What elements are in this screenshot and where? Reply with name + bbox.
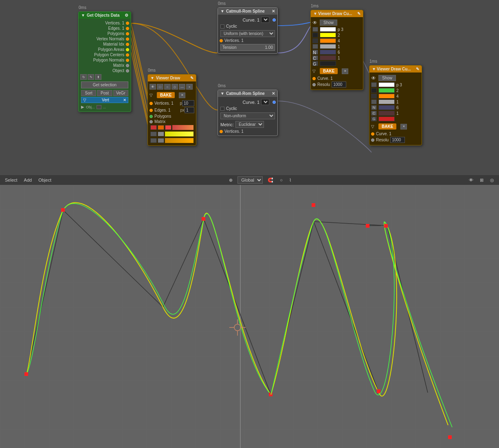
catmull-bottom-curve-socket[interactable] <box>273 101 276 104</box>
swatch-br-4[interactable] <box>378 105 395 110</box>
viewer-draw-tr-header[interactable]: ▼ Viewer Draw Cu... ✎ <box>311 10 363 17</box>
vdl-vertices-input[interactable] <box>182 100 194 106</box>
collapse-vdtr[interactable]: ▼ <box>313 11 317 16</box>
viewer-draw-left-header[interactable]: ▼ Viewer Draw ✎ <box>148 75 196 81</box>
vdtr-resolu-input[interactable] <box>332 81 346 88</box>
curve-select-bottom[interactable]: 1 <box>261 99 269 105</box>
swatch-tr-1[interactable] <box>320 33 336 37</box>
swatch-tr-3[interactable] <box>320 44 336 49</box>
swatch-r3[interactable] <box>165 125 171 130</box>
collapse-catmull-bottom[interactable]: ▼ <box>220 91 224 96</box>
vdbr-resolu-input[interactable] <box>390 137 405 143</box>
catmull-bottom-vertices-socket[interactable] <box>220 130 223 133</box>
get-objects-options-icon[interactable]: ⚙ <box>125 13 128 18</box>
get-objects-header[interactable]: ▼ Get Objects Data ⚙ <box>79 12 131 19</box>
bake-button-vdl[interactable]: BAKE <box>157 92 175 98</box>
swatch-tr-5[interactable] <box>320 55 336 60</box>
swatch-r7[interactable] <box>158 138 164 143</box>
bake-extra-icon[interactable]: ✕ <box>179 92 185 98</box>
vdl-eye-icon[interactable]: 👁 <box>149 84 156 90</box>
interp-select-top[interactable]: Uniform (with tension) <box>220 30 275 37</box>
vdl-vertices-socket[interactable] <box>149 102 153 105</box>
viewer-draw-left-edit-icon[interactable]: ✎ <box>190 76 193 80</box>
collapse-icon-vdl[interactable]: ▼ <box>150 76 154 80</box>
vegr-button[interactable]: VeGr <box>113 90 128 96</box>
matrix-socket[interactable] <box>126 64 129 67</box>
vertex-normals-socket[interactable] <box>126 37 129 41</box>
vdtr-resolu-socket[interactable] <box>312 83 316 86</box>
material-idx-socket[interactable] <box>126 43 129 46</box>
post-button[interactable]: Post <box>97 90 112 96</box>
show-btn-tr[interactable]: Show <box>320 20 337 26</box>
snap-icon[interactable]: 🧲 <box>266 177 275 184</box>
polygon-areas-socket[interactable] <box>126 48 129 51</box>
vdl-matrix-socket[interactable] <box>149 120 153 123</box>
overlay-icon[interactable]: ⊞ <box>478 177 485 184</box>
object-menu[interactable]: Object <box>37 177 53 183</box>
swatch-br-3[interactable] <box>378 99 395 104</box>
vdl-edges-input[interactable] <box>185 107 194 113</box>
edges-socket[interactable] <box>126 27 129 30</box>
swatch-br-6[interactable] <box>378 116 395 121</box>
tension-field[interactable]: Tension 1.00 <box>220 44 275 51</box>
cyclic-checkbox-bottom[interactable] <box>220 107 224 111</box>
bake-btn-br[interactable]: BAKE <box>378 123 396 130</box>
global-select[interactable]: Global <box>237 176 263 184</box>
swatch-r1[interactable] <box>150 125 157 130</box>
select-menu[interactable]: Select <box>3 177 19 183</box>
catmull-top-vertices-socket[interactable] <box>220 39 223 42</box>
bake-extra-br[interactable]: ✕ <box>400 124 407 130</box>
transform-icon[interactable]: ⊕ <box>227 177 234 184</box>
cyclic-checkbox-top[interactable] <box>220 24 224 29</box>
icon-update2[interactable]: ✎ <box>88 74 94 80</box>
swatch-tr-4[interactable] <box>320 50 336 55</box>
bake-btn-tr[interactable]: BAKE <box>320 68 338 74</box>
xray-icon[interactable]: ◎ <box>488 177 496 184</box>
catmull-top-close-icon[interactable]: ✕ <box>272 9 275 13</box>
vdl-icon2[interactable]: ○ <box>164 84 171 90</box>
vertices-socket[interactable] <box>126 22 129 25</box>
swatch-r4[interactable] <box>150 132 157 136</box>
curve-select-top[interactable]: 1 <box>261 17 269 23</box>
vdl-edges-socket[interactable] <box>149 109 153 112</box>
vdl-icon1[interactable]: □ <box>157 84 163 90</box>
vdl-icon3[interactable]: ◇ <box>171 84 178 90</box>
collapse-icon[interactable]: ▼ <box>81 13 85 18</box>
interp-select-bottom[interactable]: Non-uniform <box>220 112 275 119</box>
metric-select[interactable]: Euclidean <box>235 121 264 128</box>
vdl-polygons-socket[interactable] <box>149 115 153 118</box>
collapse-catmull-top[interactable]: ▼ <box>220 9 224 13</box>
vdtr-curve-socket[interactable] <box>312 77 316 80</box>
vdbr-curve-socket[interactable] <box>371 132 374 136</box>
swatch-r5[interactable] <box>158 132 164 136</box>
catmull-bottom-header[interactable]: ▼ Catmull-Rom Spline ✕ <box>218 90 277 97</box>
polygons-socket[interactable] <box>126 32 129 35</box>
show-btn-br[interactable]: Show <box>378 75 396 81</box>
swatch-br-5[interactable] <box>378 111 395 116</box>
viewer-draw-br-header[interactable]: ▼ Viewer Draw Cu... ✎ <box>369 66 422 72</box>
sort-button[interactable]: Sort <box>81 90 96 96</box>
viewer-draw-tr-edit-icon[interactable]: ✎ <box>357 11 361 16</box>
expand-icon[interactable]: ▶ <box>81 105 84 109</box>
swatch-tr-2[interactable] <box>320 38 336 43</box>
object-socket[interactable] <box>126 69 129 72</box>
vdl-icon4[interactable]: — <box>179 84 185 90</box>
falloff-icon[interactable]: ⌇ <box>288 177 293 184</box>
swatch-tr-6[interactable] <box>320 61 336 66</box>
swatch-r6[interactable] <box>150 138 157 143</box>
swatch-tr-0[interactable] <box>320 27 336 32</box>
update-button[interactable]: Get selection <box>81 81 128 88</box>
polygon-centers-socket[interactable] <box>126 53 129 57</box>
icon-update3[interactable]: ⬆ <box>95 74 101 80</box>
proportional-icon[interactable]: ○ <box>278 177 284 183</box>
swatch-br-2[interactable] <box>378 94 395 99</box>
swatch-r2[interactable] <box>158 125 164 130</box>
icon-update1[interactable]: ↻ <box>80 74 87 80</box>
viewer-draw-br-edit-icon[interactable]: ✎ <box>416 67 419 71</box>
vert-close[interactable]: ✕ <box>123 98 126 102</box>
catmull-top-curve-socket[interactable] <box>273 18 276 22</box>
vdl-icon5[interactable]: × <box>186 84 193 90</box>
vdbr-resolu-socket[interactable] <box>371 138 374 142</box>
viewport-icon[interactable]: 👁 <box>467 177 475 183</box>
polygon-normals-socket[interactable] <box>126 59 129 62</box>
